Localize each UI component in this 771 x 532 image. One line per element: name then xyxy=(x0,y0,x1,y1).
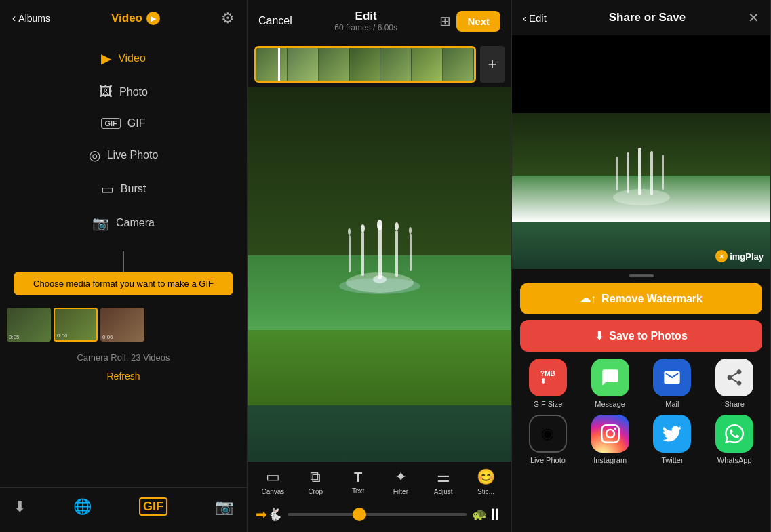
svg-rect-6 xyxy=(395,230,398,277)
tooltip-container: Choose media format you want to make a G… xyxy=(14,251,233,295)
remove-watermark-icon: ☁↑ xyxy=(580,292,596,305)
settings-icon[interactable]: ⚙ xyxy=(221,9,235,27)
text-label: Text xyxy=(352,487,364,495)
slider-track xyxy=(288,513,467,516)
share-twitter[interactable]: Twitter xyxy=(645,415,700,464)
mail-label: Mail xyxy=(665,400,679,408)
svg-rect-8 xyxy=(349,235,351,272)
svg-rect-4 xyxy=(361,232,364,276)
svg-point-3 xyxy=(361,224,365,232)
share-label: Share xyxy=(724,400,744,408)
back-chevron-icon: ‹ xyxy=(12,12,16,24)
tool-adjust[interactable]: ⚌ Adjust xyxy=(427,468,460,495)
crop-label: Crop xyxy=(308,488,323,495)
svg-rect-13 xyxy=(638,148,641,195)
edit-subtitle: 60 frames / 6.00s xyxy=(334,23,397,33)
remove-watermark-button[interactable]: ☁↑ Remove Watermark xyxy=(520,283,762,314)
whatsapp-icon xyxy=(715,415,753,453)
video-icon: ▶ xyxy=(101,50,111,66)
gifsize-label: GIF Size xyxy=(533,400,562,408)
share-save-title: Share or Save xyxy=(609,11,686,24)
media-type-menu: ▶ Video 🖼 Photo GIF GIF ◎ Live Photo ▭ B… xyxy=(0,37,247,245)
video-title: Video xyxy=(111,12,142,25)
film-frame-3 xyxy=(319,48,350,81)
gif-search-icon[interactable]: GIF xyxy=(139,497,167,516)
share-livephoto[interactable]: ◉ Live Photo xyxy=(520,415,576,464)
back-chevron-icon: ‹ xyxy=(523,12,526,24)
photo-label: Photo xyxy=(119,86,148,98)
menu-item-video[interactable]: ▶ Video xyxy=(0,42,247,75)
thumb-time-3: 0:06 xyxy=(102,334,113,340)
svg-rect-1 xyxy=(378,225,382,279)
add-frame-button[interactable]: + xyxy=(480,46,505,83)
refresh-button[interactable]: Refresh xyxy=(0,368,247,384)
panel-right: ‹ Edit Share or Save ✕ × imgPlay ☁↑ xyxy=(512,0,771,532)
save-to-photos-button[interactable]: ⬇ Save to Photos xyxy=(520,320,762,352)
thumb-2[interactable]: 0:06 xyxy=(54,308,98,342)
next-button[interactable]: Next xyxy=(456,11,500,32)
panel1-footer: ⬇ 🌐 GIF 📷 xyxy=(0,487,247,532)
camera-footer-icon[interactable]: 📷 xyxy=(215,498,233,516)
grass-background xyxy=(248,330,511,405)
svg-rect-14 xyxy=(627,152,629,193)
menu-item-gif[interactable]: GIF GIF xyxy=(0,109,247,138)
adjust-icon: ⚌ xyxy=(437,468,450,486)
share-gifsize[interactable]: ?MB⬇ GIF Size xyxy=(520,359,576,408)
imgplay-text: imgPlay xyxy=(730,251,764,262)
play-forward-icon[interactable]: ➡ xyxy=(256,506,267,523)
tool-canvas[interactable]: ▭ Canvas xyxy=(256,468,290,495)
twitter-label: Twitter xyxy=(661,456,683,464)
globe-icon[interactable]: 🌐 xyxy=(73,498,92,516)
badge-icon: ▶ xyxy=(151,15,156,22)
svg-rect-10 xyxy=(410,234,412,271)
grid-view-icon[interactable]: ⊞ xyxy=(439,13,451,29)
tooltip-text: Choose media format you want to make a G… xyxy=(33,279,214,289)
menu-item-burst[interactable]: ▭ Burst xyxy=(0,173,247,205)
video-thumbnails: 0:05 0:06 0:06 xyxy=(0,302,247,347)
edit-title: Edit xyxy=(334,9,397,23)
panel3-header: ‹ Edit Share or Save ✕ xyxy=(512,0,770,35)
canvas-icon: ▭ xyxy=(266,468,280,486)
playback-slider[interactable] xyxy=(288,513,467,516)
film-frame-4 xyxy=(350,48,381,81)
livephoto-share-label: Live Photo xyxy=(530,456,566,464)
svg-point-5 xyxy=(395,222,399,230)
twitter-icon xyxy=(653,415,691,453)
svg-point-7 xyxy=(348,228,351,235)
sticker-icon: 😊 xyxy=(477,468,495,486)
download-icon[interactable]: ⬇ xyxy=(14,498,26,516)
sticker-label: Stic... xyxy=(477,488,494,495)
menu-item-camera[interactable]: 📷 Camera xyxy=(0,207,247,239)
tool-text[interactable]: T Text xyxy=(341,470,375,495)
tool-crop[interactable]: ⧉ Crop xyxy=(298,468,332,495)
tool-filter[interactable]: ✦ Filter xyxy=(384,468,418,495)
thumb-3[interactable]: 0:06 xyxy=(100,308,144,342)
share-share[interactable]: Share xyxy=(707,359,762,408)
edit-back-button[interactable]: ‹ Edit xyxy=(523,12,547,24)
tool-sticker[interactable]: 😊 Stic... xyxy=(469,468,503,495)
share-mail[interactable]: Mail xyxy=(645,359,700,408)
message-label: Message xyxy=(595,400,625,408)
turtle-icon[interactable]: 🐢 xyxy=(472,507,487,522)
menu-item-photo[interactable]: 🖼 Photo xyxy=(0,76,247,108)
share-instagram[interactable]: Instagram xyxy=(582,415,638,464)
rabbit-icon[interactable]: 🐇 xyxy=(267,507,282,522)
filter-icon: ✦ xyxy=(395,468,407,486)
share-whatsapp[interactable]: WhatsApp xyxy=(707,415,762,464)
pause-button[interactable]: ⏸ xyxy=(487,505,503,524)
film-frames[interactable] xyxy=(254,46,476,83)
share-message[interactable]: Message xyxy=(582,359,638,408)
albums-back-button[interactable]: ‹ Albums xyxy=(12,12,50,24)
gif-label: GIF xyxy=(127,117,146,129)
panel-left: ‹ Albums Video ▶ ⚙ ▶ Video 🖼 Photo GIF G… xyxy=(0,0,248,532)
panel1-title: Video ▶ xyxy=(111,12,160,25)
cancel-button[interactable]: Cancel xyxy=(258,15,292,27)
menu-item-livephoto[interactable]: ◎ Live Photo xyxy=(0,139,247,171)
close-button[interactable]: ✕ xyxy=(748,9,759,26)
edit-back-label: Edit xyxy=(529,12,547,24)
svg-rect-17 xyxy=(662,155,664,190)
preview-image: × imgPlay xyxy=(512,113,770,269)
photo-icon: 🖼 xyxy=(99,84,113,100)
thumb-1[interactable]: 0:05 xyxy=(7,308,51,342)
panel2-header: Cancel Edit 60 frames / 6.00s ⊞ Next xyxy=(248,0,511,42)
